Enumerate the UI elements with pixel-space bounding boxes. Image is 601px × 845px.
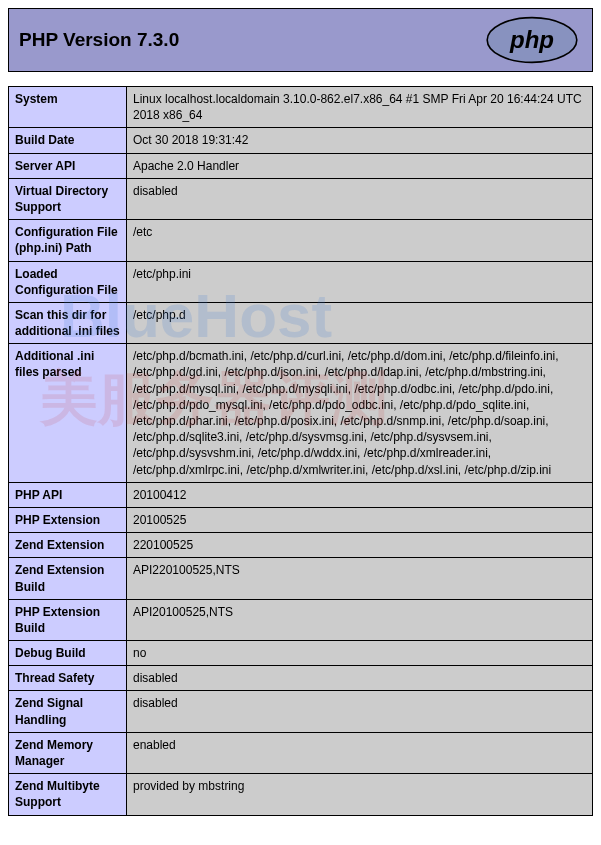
info-key: Zend Extension Build xyxy=(9,558,127,599)
info-key: Configuration File (php.ini) Path xyxy=(9,220,127,261)
table-row: PHP Extension20100525 xyxy=(9,507,593,532)
info-key: Virtual Directory Support xyxy=(9,178,127,219)
page-title: PHP Version 7.3.0 xyxy=(19,29,179,51)
table-row: Configuration File (php.ini) Path/etc xyxy=(9,220,593,261)
table-row: PHP API20100412 xyxy=(9,482,593,507)
info-value: disabled xyxy=(127,178,593,219)
info-value: 20100525 xyxy=(127,507,593,532)
info-key: Zend Memory Manager xyxy=(9,732,127,773)
info-key: System xyxy=(9,87,127,128)
info-value: Oct 30 2018 19:31:42 xyxy=(127,128,593,153)
phpinfo-header: PHP Version 7.3.0 php xyxy=(8,8,593,72)
table-row: Debug Buildno xyxy=(9,641,593,666)
php-version: 7.3.0 xyxy=(137,29,179,50)
table-row: Loaded Configuration File/etc/php.ini xyxy=(9,261,593,302)
info-value: disabled xyxy=(127,691,593,732)
table-row: Zend Extension220100525 xyxy=(9,533,593,558)
info-key: Build Date xyxy=(9,128,127,153)
title-prefix: PHP Version xyxy=(19,29,137,50)
info-value: API220100525,NTS xyxy=(127,558,593,599)
table-row: Build DateOct 30 2018 19:31:42 xyxy=(9,128,593,153)
table-row: Zend Memory Managerenabled xyxy=(9,732,593,773)
info-key: PHP API xyxy=(9,482,127,507)
table-row: Virtual Directory Supportdisabled xyxy=(9,178,593,219)
info-key: PHP Extension xyxy=(9,507,127,532)
info-key: Loaded Configuration File xyxy=(9,261,127,302)
table-row: PHP Extension BuildAPI20100525,NTS xyxy=(9,599,593,640)
table-row: Server APIApache 2.0 Handler xyxy=(9,153,593,178)
table-row: Zend Extension BuildAPI220100525,NTS xyxy=(9,558,593,599)
info-value: Apache 2.0 Handler xyxy=(127,153,593,178)
info-value: /etc xyxy=(127,220,593,261)
info-value: /etc/php.ini xyxy=(127,261,593,302)
svg-text:php: php xyxy=(509,26,554,53)
info-key: Additional .ini files parsed xyxy=(9,344,127,483)
table-row: Additional .ini files parsed/etc/php.d/b… xyxy=(9,344,593,483)
info-value: API20100525,NTS xyxy=(127,599,593,640)
info-key: Scan this dir for additional .ini files xyxy=(9,302,127,343)
info-value: provided by mbstring xyxy=(127,774,593,815)
info-value: Linux localhost.localdomain 3.10.0-862.e… xyxy=(127,87,593,128)
info-value: enabled xyxy=(127,732,593,773)
info-value: disabled xyxy=(127,666,593,691)
info-value: 20100412 xyxy=(127,482,593,507)
info-key: Zend Multibyte Support xyxy=(9,774,127,815)
table-row: Zend Multibyte Supportprovided by mbstri… xyxy=(9,774,593,815)
info-key: Zend Extension xyxy=(9,533,127,558)
info-value: /etc/php.d xyxy=(127,302,593,343)
info-key: Zend Signal Handling xyxy=(9,691,127,732)
table-row: Zend Signal Handlingdisabled xyxy=(9,691,593,732)
info-value: /etc/php.d/bcmath.ini, /etc/php.d/curl.i… xyxy=(127,344,593,483)
phpinfo-table: SystemLinux localhost.localdomain 3.10.0… xyxy=(8,86,593,816)
info-key: Debug Build xyxy=(9,641,127,666)
info-value: no xyxy=(127,641,593,666)
info-key: Thread Safety xyxy=(9,666,127,691)
info-key: PHP Extension Build xyxy=(9,599,127,640)
info-key: Server API xyxy=(9,153,127,178)
info-value: 220100525 xyxy=(127,533,593,558)
table-row: Thread Safetydisabled xyxy=(9,666,593,691)
table-row: SystemLinux localhost.localdomain 3.10.0… xyxy=(9,87,593,128)
php-logo-icon: php xyxy=(482,16,582,64)
table-row: Scan this dir for additional .ini files/… xyxy=(9,302,593,343)
